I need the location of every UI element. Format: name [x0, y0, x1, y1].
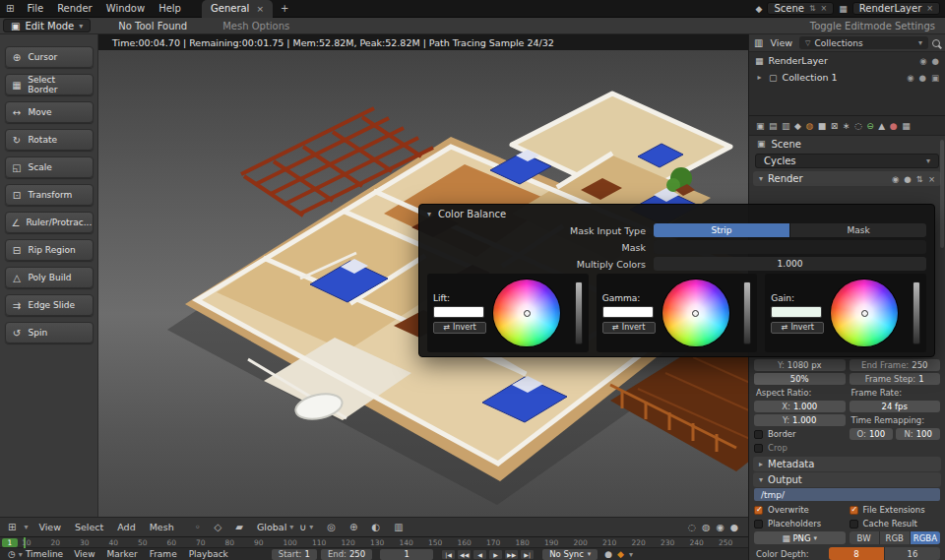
mode-dropdown[interactable]: ▣ Edit Mode ▾ — [3, 19, 91, 32]
tool-select-border[interactable]: ▦ Select Border — [5, 74, 94, 95]
current-frame-field[interactable]: 1 — [380, 549, 433, 560]
face-select-mode-icon[interactable]: ▰ — [231, 522, 247, 532]
gamma-color-wheel[interactable] — [662, 280, 729, 346]
color-mode-rgba-button[interactable]: RGBA — [911, 531, 940, 544]
color-balance-header[interactable]: ▾ Color Balance — [427, 205, 926, 223]
keyframe-icon[interactable]: ◆ — [617, 549, 624, 559]
edge-select-mode-icon[interactable]: ◇ — [211, 522, 226, 532]
resolution-scale-slider[interactable]: 50% — [754, 373, 846, 385]
current-frame-indicator[interactable]: 1 — [2, 538, 18, 547]
lift-color-wheel[interactable] — [493, 280, 560, 346]
output-section-header[interactable]: ▾ Output — [753, 472, 941, 487]
restrict-select-icon[interactable]: ◉ — [907, 73, 914, 83]
color-mode-bw-button[interactable]: BW — [850, 531, 880, 544]
timeline-ruler[interactable]: 1 10203040506070809010011012013014015016… — [0, 537, 748, 548]
color-depth-16-button[interactable]: 16 — [885, 547, 940, 560]
outliner-row-renderlayer[interactable]: ▦ RenderLayer ◉ ● — [749, 52, 945, 69]
outliner-display-mode-dropdown[interactable]: ▽ Collections ▾ — [799, 36, 928, 49]
modifiers-tab-icon[interactable]: ⊠ — [831, 121, 839, 131]
physics-tab-icon[interactable]: ◌ — [854, 121, 862, 131]
close-icon[interactable]: × — [928, 174, 935, 184]
border-checkbox[interactable]: Border — [754, 429, 846, 439]
workspace-tab-general[interactable]: General × — [202, 0, 273, 18]
outliner-row-collection[interactable]: ▸ ▢ Collection 1 ◉ ● ▣ — [749, 69, 945, 86]
time-remap-old-field[interactable]: O:100 — [850, 428, 894, 440]
mask-input[interactable] — [654, 240, 926, 254]
aspect-y-field[interactable]: Y:1.000 — [754, 414, 846, 426]
menu-item[interactable]: Frame — [144, 548, 183, 560]
color-mode-rgb-button[interactable]: RGB — [880, 531, 911, 544]
output-path-field[interactable]: /tmp/ — [754, 488, 940, 501]
editor-type-icon[interactable]: ⊞ — [4, 522, 20, 532]
scene-browse-icon[interactable]: ⇅ — [809, 4, 816, 13]
toggle-editmode-settings[interactable]: Toggle Editmode Settings — [810, 21, 935, 31]
particles-tab-icon[interactable]: ∗ — [843, 121, 850, 131]
menu-item[interactable]: View — [68, 548, 100, 560]
lift-invert-button[interactable]: ⇄ Invert — [433, 322, 486, 334]
tool-cursor[interactable]: ⊕ Cursor — [5, 46, 94, 68]
wireframe-shading-icon[interactable]: ◌ — [688, 522, 696, 532]
outliner-editor-icon[interactable]: ▥ — [754, 37, 763, 48]
strip-button[interactable]: Strip — [654, 223, 789, 237]
material-tab-icon[interactable]: ● — [890, 121, 898, 131]
restrict-render-icon[interactable]: ● — [932, 56, 939, 66]
time-remap-new-field[interactable]: N:100 — [896, 428, 940, 440]
multiply-colors-field[interactable]: 1.000 — [654, 257, 926, 271]
resolution-y-field[interactable]: Y:1080 px — [754, 359, 846, 371]
restrict-select-icon[interactable]: ◉ — [919, 56, 926, 66]
menu-item[interactable]: Mesh — [143, 518, 181, 537]
material-shading-icon[interactable]: ◉ — [716, 522, 724, 532]
tool-rotate[interactable]: ↻ Rotate — [5, 129, 94, 151]
scene-tab-icon[interactable]: ◆ — [794, 121, 801, 131]
menu-item[interactable]: File — [20, 0, 50, 18]
vertex-select-mode-icon[interactable]: ◦ — [191, 522, 205, 532]
output-tab-icon[interactable]: ▤ — [769, 121, 778, 131]
tool-poly-build[interactable]: △ Poly Build — [5, 267, 94, 288]
data-tab-icon[interactable]: ▲ — [878, 121, 885, 131]
gamma-invert-button[interactable]: ⇄ Invert — [602, 322, 656, 334]
menu-item[interactable]: Marker — [101, 548, 144, 560]
tool-scale[interactable]: ◱ Scale — [5, 156, 94, 178]
crop-checkbox[interactable]: Crop — [754, 443, 846, 453]
hide-icon[interactable]: ● — [919, 73, 926, 83]
overlays-icon[interactable]: ◐ — [367, 522, 384, 532]
lift-value-slider[interactable] — [575, 281, 583, 344]
file-extensions-checkbox[interactable]: File Extensions — [850, 505, 941, 515]
world-tab-icon[interactable]: ◍ — [805, 121, 813, 131]
next-keyframe-button[interactable]: ▶▶ — [504, 549, 519, 560]
menu-item[interactable]: View — [32, 518, 68, 537]
outliner-view-menu[interactable]: View — [767, 34, 795, 52]
sync-dropdown[interactable]: No Sync ▾ — [542, 549, 598, 560]
gamma-value-slider[interactable] — [743, 281, 751, 344]
tool-ruler[interactable]: ∠ Ruler/Protrac... — [5, 212, 94, 233]
texture-tab-icon[interactable]: ▦ — [902, 121, 911, 131]
tool-spin[interactable]: ↺ Spin — [5, 322, 94, 343]
mesh-options-label[interactable]: Mesh Options — [222, 21, 289, 31]
tool-move[interactable]: ↔ Move — [5, 101, 94, 123]
auto-keying-icon[interactable]: ● — [604, 549, 612, 559]
app-menu-icon[interactable]: ⊞ — [0, 3, 20, 14]
transform-orientation-dropdown[interactable]: Global ▾ — [257, 522, 293, 532]
close-icon[interactable]: × — [256, 4, 264, 14]
close-icon[interactable]: × — [926, 4, 933, 13]
search-icon[interactable] — [932, 39, 940, 47]
eye-icon[interactable]: ◉ — [892, 174, 899, 184]
tool-transform[interactable]: ⊡ Transform — [5, 184, 94, 206]
proportional-editing-icon[interactable]: ◎ — [323, 522, 340, 532]
restrict-render-icon[interactable]: ▣ — [931, 73, 939, 83]
color-depth-8-button[interactable]: 8 — [829, 547, 885, 560]
cache-result-checkbox[interactable]: Cache Result — [850, 519, 941, 529]
close-icon[interactable]: × — [821, 4, 828, 13]
frame-step-field[interactable]: Frame Step:1 — [850, 373, 941, 385]
end-frame-field[interactable]: End Frame:250 — [850, 359, 941, 371]
reorder-icon[interactable]: ⇅ — [916, 174, 923, 184]
view-layer-selector[interactable]: RenderLayer × — [852, 2, 940, 15]
disclosure-icon[interactable]: ▸ — [755, 73, 764, 82]
gain-value-slider[interactable] — [913, 281, 920, 344]
tool-edge-slide[interactable]: ⇉ Edge Slide — [5, 294, 94, 316]
play-reverse-button[interactable]: ◀ — [472, 549, 487, 560]
gain-color-wheel[interactable] — [831, 280, 898, 346]
menu-item[interactable]: Select — [68, 518, 110, 537]
menu-item[interactable]: Window — [99, 0, 152, 18]
jump-to-start-button[interactable]: |◀ — [441, 549, 456, 560]
